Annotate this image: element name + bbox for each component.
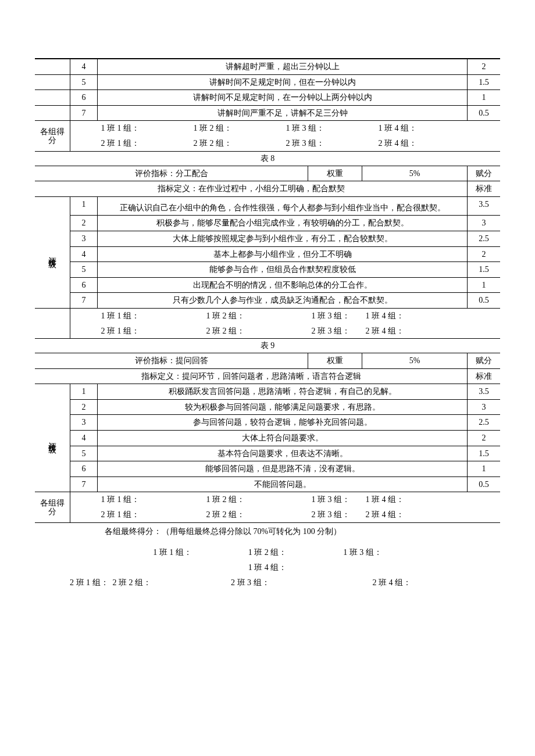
group-cell: 2 班 2 组： <box>203 507 308 522</box>
final-cell: 1 班 4 组： <box>248 562 287 573</box>
level-desc: 讲解时间不足规定时间，但在一分钟以内 <box>98 74 468 90</box>
level-row: 4 讲解超时严重，超出三分钟以上 2 <box>35 59 500 75</box>
table8: 评价指标：分工配合 权重 5% 赋分 指标定义：在作业过程中，小组分工明确，配合… <box>35 166 500 339</box>
level-row: 2 较为积极参与回答问题，能够满足问题要求，有思路。 3 <box>35 399 500 415</box>
level-row: 3 大体上能够按照规定参与到小组作业，有分工，配合较默契。 2.5 <box>35 231 500 246</box>
level-score: 3 <box>468 399 501 415</box>
group-cell: 2 班 1 组： <box>98 136 190 151</box>
level-row: 7 不能回答问题。 0.5 <box>35 476 500 492</box>
table9: 评价指标：提问回答 权重 5% 赋分 指标定义：提问环节，回答问题者，思路清晰，… <box>35 353 500 523</box>
group-cell: 2 班 4 组： <box>375 136 468 151</box>
level-desc: 参与回答问题，较符合逻辑，能够补充回答问题。 <box>98 415 468 431</box>
level-row: 7 只有少数几个人参与作业，成员缺乏沟通配合，配合不默契。 0.5 <box>35 293 500 309</box>
level-row: 2 积极参与，能够尽量配合小组完成作业，有较明确的分工，配合默契。 3 <box>35 216 500 231</box>
biaozhun-label: 标准 <box>468 181 501 197</box>
level-num: 5 <box>70 74 98 90</box>
final-row2: 2 班 1 组： 2 班 2 组： 2 班 3 组： 2 班 4 组： <box>35 575 500 590</box>
group-cell: 1 班 2 组： <box>203 308 308 323</box>
group-cell: 2 班 4 组： <box>362 324 468 339</box>
level-row: 6 能够回答问题，但是思路不清，没有逻辑。 1 <box>35 461 500 477</box>
level-desc: 积极参与，能够尽量配合小组完成作业，有较明确的分工，配合默契。 <box>98 216 468 231</box>
group-cell: 1 班 3 组： <box>308 492 362 507</box>
group-score-row: 各组得分 1 班 1 组： 1 班 2 组： 1 班 3 组： 1 班 4 组： <box>35 492 500 507</box>
weight-label: 权重 <box>308 353 362 368</box>
level-desc: 能够参与合作，但组员合作默契程度较低 <box>98 262 468 278</box>
definition-row: 指标定义：在作业过程中，小组分工明确，配合默契 标准 <box>35 181 500 197</box>
level-row: 6 出现配合不明的情况，但不影响总体的分工合作。 1 <box>35 277 500 293</box>
group-score-label: 各组得分 <box>35 492 70 522</box>
level-score: 2 <box>468 59 501 75</box>
level-desc: 积极踊跃发言回答问题，思路清晰，符合逻辑，有自己的见解。 <box>98 384 468 400</box>
level-score: 3 <box>468 216 501 231</box>
definition-row: 指标定义：提问环节，回答问题者，思路清晰，语言符合逻辑 标准 <box>35 368 500 384</box>
final-cell: 1 班 3 组： <box>316 547 409 558</box>
indicator-label: 评价指标：分工配合 <box>35 166 308 181</box>
level-num: 6 <box>70 90 98 106</box>
group-cell: 1 班 2 组： <box>190 121 283 136</box>
level-desc: 只有少数几个人参与作业，成员缺乏沟通配合，配合不默契。 <box>98 293 468 309</box>
level-num: 4 <box>70 246 98 262</box>
group-cell: 1 班 1 组： <box>98 121 190 136</box>
level-score: 0.5 <box>468 476 501 492</box>
level-row: 评价等级 1 积极踊跃发言回答问题，思路清晰，符合逻辑，有自己的见解。 3.5 <box>35 384 500 400</box>
final-cell: 1 班 1 组： <box>126 547 219 558</box>
level-desc: 讲解超时严重，超出三分钟以上 <box>98 59 468 75</box>
group-cell: 1 班 2 组： <box>203 492 308 507</box>
level-row: 5 讲解时间不足规定时间，但在一分钟以内 1.5 <box>35 74 500 90</box>
final-cell: 1 班 2 组： <box>221 547 314 558</box>
level-desc: 大体上符合问题要求。 <box>98 431 468 446</box>
level-num: 6 <box>70 277 98 293</box>
indicator-row: 评价指标：提问回答 权重 5% 赋分 <box>35 353 500 368</box>
final-cell: 2 班 3 组： <box>231 578 370 588</box>
level-row: 评价等级 1 正确认识自己在小组中的角色，合作性很强，每个人都参与到小组作业当中… <box>35 196 500 212</box>
level-row: 6 讲解时间不足规定时间，在一分钟以上两分钟以内 1 <box>35 90 500 106</box>
group-cell: 2 班 3 组： <box>308 507 362 522</box>
level-num: 7 <box>70 293 98 309</box>
group-cell: 2 班 1 组： <box>98 507 203 522</box>
group-cell: 1 班 4 组： <box>375 121 468 136</box>
group-cell: 2 班 2 组： <box>203 324 308 339</box>
level-score: 0.5 <box>468 105 501 121</box>
level-num: 2 <box>70 399 98 415</box>
level-num: 1 <box>70 384 98 400</box>
level-num: 5 <box>70 446 98 461</box>
level-num: 7 <box>70 105 98 121</box>
level-row: 3 参与回答问题，较符合逻辑，能够补充回答问题。 2.5 <box>35 415 500 431</box>
fufen-label: 赋分 <box>468 166 501 181</box>
level-desc: 讲解时间严重不足，讲解不足三分钟 <box>98 105 468 121</box>
group-cell: 2 班 3 组： <box>308 324 362 339</box>
group-score-row: 各组得分 1 班 1 组： 1 班 2 组： 1 班 3 组： 1 班 4 组： <box>35 121 500 136</box>
biaozhun-label: 标准 <box>468 368 501 384</box>
level-num: 3 <box>70 415 98 431</box>
table8-caption: 表 8 <box>35 152 500 166</box>
level-desc: 较为积极参与回答问题，能够满足问题要求，有思路。 <box>98 399 468 415</box>
indicator-row: 评价指标：分工配合 权重 5% 赋分 <box>35 166 500 181</box>
level-desc: 正确认识自己在小组中的角色，合作性很强，每个人都参与到小组作业当中，配合很默契。 <box>98 196 468 216</box>
level-num: 6 <box>70 461 98 477</box>
group-score-row: 2 班 1 组： 2 班 2 组： 2 班 3 组： 2 班 4 组： <box>35 324 500 339</box>
group-cell: 1 班 3 组： <box>308 308 362 323</box>
final-cell: 2 班 2 组： <box>113 578 229 588</box>
level-desc: 讲解时间不足规定时间，在一分钟以上两分钟以内 <box>98 90 468 106</box>
level-row: 4 大体上符合问题要求。 2 <box>35 431 500 446</box>
group-cell: 2 班 4 组： <box>362 507 468 522</box>
level-score: 3.5 <box>468 384 501 400</box>
table9-caption: 表 9 <box>35 339 500 353</box>
final-note: 各组最终得分：（用每组最终总得分除以 70%可转化为 100 分制） <box>35 523 500 545</box>
level-desc: 基本上都参与小组作业，但分工不明确 <box>98 246 468 262</box>
level-num: 2 <box>70 216 98 231</box>
group-score-row: 1 班 1 组： 1 班 2 组： 1 班 3 组： 1 班 4 组： <box>35 308 500 323</box>
weight-value: 5% <box>362 353 468 368</box>
level-num: 5 <box>70 262 98 278</box>
table7: 4 讲解超时严重，超出三分钟以上 2 5 讲解时间不足规定时间，但在一分钟以内 … <box>35 58 500 152</box>
level-desc: 出现配合不明的情况，但不影响总体的分工合作。 <box>98 277 468 293</box>
final-cell: 2 班 4 组： <box>373 578 454 588</box>
level-desc: 基本符合问题要求，但表达不清晰。 <box>98 446 468 461</box>
weight-label: 权重 <box>308 166 362 181</box>
fufen-label: 赋分 <box>468 353 501 368</box>
group-cell: 2 班 1 组： <box>98 324 203 339</box>
level-score: 1 <box>468 461 501 477</box>
group-cell: 1 班 1 组： <box>98 492 203 507</box>
level-row: 5 基本符合问题要求，但表达不清晰。 1.5 <box>35 446 500 461</box>
final-row1b: 1 班 4 组： <box>35 560 500 575</box>
